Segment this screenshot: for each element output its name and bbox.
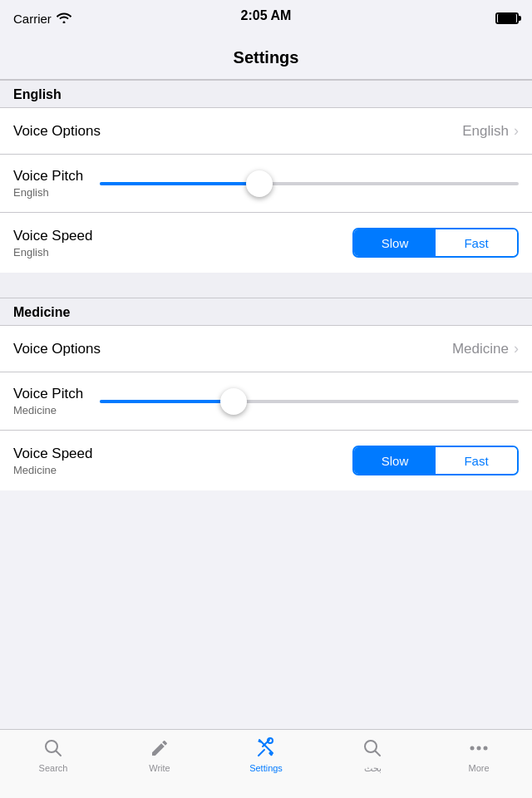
english-section-header: English bbox=[0, 80, 532, 108]
tab-settings-label: Settings bbox=[249, 763, 283, 773]
english-pitch-slider[interactable] bbox=[100, 170, 519, 197]
svg-point-9 bbox=[470, 746, 475, 751]
english-voice-speed-row: Voice Speed English Slow Fast bbox=[0, 213, 532, 273]
medicine-section: Medicine Voice Options Medicine › Voice … bbox=[0, 298, 532, 490]
status-time: 2:05 AM bbox=[241, 8, 292, 23]
write-icon bbox=[148, 736, 171, 760]
tab-write[interactable]: Write bbox=[106, 736, 213, 773]
english-speed-slow[interactable]: Slow bbox=[354, 229, 436, 256]
status-bar: Carrier 2:05 AM bbox=[0, 0, 532, 37]
settings-icon bbox=[254, 736, 278, 760]
english-section: English Voice Options English › Voice Pi… bbox=[0, 80, 532, 273]
battery-indicator bbox=[495, 12, 519, 24]
tab-write-label: Write bbox=[149, 763, 170, 773]
english-table: Voice Options English › Voice Pitch Engl… bbox=[0, 108, 532, 273]
english-voice-options-row[interactable]: Voice Options English › bbox=[0, 108, 532, 155]
chevron-icon: › bbox=[514, 122, 519, 140]
svg-line-1 bbox=[57, 751, 62, 756]
search-icon bbox=[42, 736, 65, 760]
tab-more[interactable]: More bbox=[426, 736, 532, 773]
nav-bar: Settings bbox=[0, 37, 532, 80]
english-speed-fast[interactable]: Fast bbox=[436, 229, 517, 256]
svg-point-10 bbox=[477, 746, 481, 751]
svg-point-11 bbox=[484, 746, 488, 751]
medicine-speed-fast[interactable]: Fast bbox=[436, 447, 517, 474]
arabic-search-icon bbox=[361, 736, 384, 760]
medicine-voice-pitch-row: Voice Pitch Medicine bbox=[0, 372, 532, 431]
tab-bar: Search Write Settings bbox=[0, 729, 532, 798]
tab-arabic-search[interactable]: بحث bbox=[319, 736, 426, 774]
svg-line-4 bbox=[259, 750, 264, 756]
medicine-voice-options-row[interactable]: Voice Options Medicine › bbox=[0, 326, 532, 372]
english-voice-pitch-row: Voice Pitch English bbox=[0, 155, 532, 213]
medicine-table: Voice Options Medicine › Voice Pitch Med… bbox=[0, 326, 532, 490]
svg-line-8 bbox=[376, 751, 381, 756]
section-spacer bbox=[0, 273, 532, 298]
more-icon bbox=[467, 736, 490, 760]
medicine-voice-speed-row: Voice Speed Medicine Slow Fast bbox=[0, 431, 532, 490]
medicine-section-header: Medicine bbox=[0, 298, 532, 326]
page-title: Settings bbox=[234, 48, 299, 67]
carrier-label: Carrier bbox=[13, 12, 71, 26]
english-speed-segmented[interactable]: Slow Fast bbox=[352, 228, 519, 258]
tab-arabic-search-label: بحث bbox=[364, 763, 382, 774]
medicine-speed-slow[interactable]: Slow bbox=[354, 447, 436, 474]
svg-point-3 bbox=[268, 738, 273, 743]
medicine-speed-segmented[interactable]: Slow Fast bbox=[352, 446, 519, 475]
wifi-icon bbox=[57, 12, 71, 26]
medicine-pitch-slider[interactable] bbox=[100, 388, 519, 415]
tab-search-label: Search bbox=[39, 763, 68, 773]
settings-content: English Voice Options English › Voice Pi… bbox=[0, 80, 532, 490]
chevron-icon: › bbox=[514, 340, 519, 357]
tab-more-label: More bbox=[468, 763, 489, 773]
tab-search[interactable]: Search bbox=[0, 736, 106, 773]
svg-line-5 bbox=[259, 740, 273, 753]
tab-settings[interactable]: Settings bbox=[213, 736, 319, 773]
